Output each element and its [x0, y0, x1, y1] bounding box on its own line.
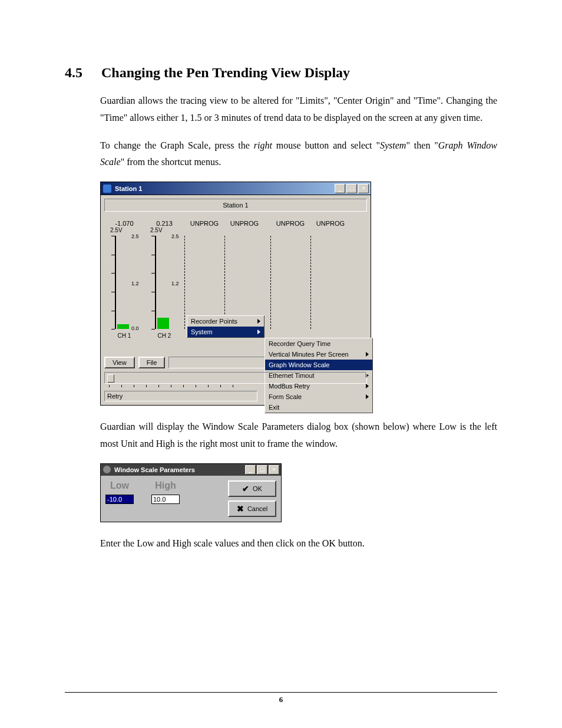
channel-5: UNPROG — [270, 220, 310, 339]
section-heading: 4.5 Changing the Pen Trending View Displ… — [65, 65, 497, 81]
maximize-button[interactable]: □ — [346, 184, 357, 193]
status-bar: Retry — [104, 391, 257, 401]
menu-graph-window-scale[interactable]: Graph Window Scale — [265, 360, 372, 370]
context-menu-1[interactable]: Recorder Points System — [187, 315, 265, 338]
wsp-app-icon — [103, 466, 111, 473]
menu-recorder-query-time[interactable]: Recorder Query Time — [265, 338, 372, 349]
menu-exit[interactable]: Exit — [265, 402, 372, 413]
wsp-close-button[interactable]: × — [269, 465, 279, 475]
wsp-title-text: Window Scale Parameters — [114, 466, 245, 473]
cross-icon: ✖ — [237, 505, 244, 513]
cancel-button[interactable]: ✖ Cancel — [228, 500, 276, 517]
menu-form-scale[interactable]: Form Scale — [265, 391, 372, 402]
menu-vertical-minutes[interactable]: Vertical Minutes Per Screen — [265, 349, 372, 360]
station-label: Station 1 — [104, 199, 367, 212]
view-button[interactable]: View — [104, 357, 135, 368]
bar-ch2 — [157, 318, 169, 329]
time-slider[interactable] — [104, 372, 367, 384]
slider-thumb-icon[interactable] — [107, 374, 114, 383]
low-input[interactable] — [105, 495, 134, 504]
titlebar[interactable]: Station 1 _ □ × — [100, 182, 371, 195]
wsp-dialog: Window Scale Parameters _ □ × Low High — [100, 463, 282, 522]
channel-2: 0.213 2.5V 2.5 1.2 CH 2 — [144, 220, 184, 339]
window-title: Station 1 — [115, 185, 335, 192]
section-title-text: Changing the Pen Trending View Display — [101, 65, 350, 81]
wsp-maximize-button[interactable]: □ — [257, 465, 267, 475]
paragraph-1: Guardian allows the tracing view to be a… — [100, 93, 497, 127]
page-number: 6 — [0, 695, 562, 704]
station-window: Station 1 _ □ × Station 1 -1.070 2.5V 2.… — [100, 182, 371, 406]
check-icon: ✔ — [242, 485, 249, 493]
paragraph-2: To change the Graph Scale, press the rig… — [100, 137, 497, 172]
minimize-button[interactable]: _ — [335, 184, 345, 193]
wsp-minimize-button[interactable]: _ — [245, 465, 256, 475]
menu-system[interactable]: System — [187, 327, 264, 337]
high-label: High — [155, 480, 176, 491]
menu-recorder-points[interactable]: Recorder Points — [187, 316, 264, 327]
section-number: 4.5 — [65, 65, 101, 81]
wsp-titlebar[interactable]: Window Scale Parameters _ □ × — [101, 464, 281, 476]
close-button[interactable]: × — [358, 184, 369, 193]
channel-row: -1.070 2.5V 2.5 1.2 0.0 CH 1 0.213 2 — [104, 218, 367, 354]
channel-1: -1.070 2.5V 2.5 1.2 0.0 CH 1 — [104, 220, 144, 339]
channel-6: UNPROG — [310, 220, 351, 339]
high-input[interactable] — [151, 495, 180, 504]
paragraph-4: Enter the Low and High scale values and … — [100, 535, 497, 552]
paragraph-3: Guardian will display the Window Scale P… — [100, 419, 497, 453]
app-icon — [103, 185, 111, 193]
low-label: Low — [110, 480, 129, 491]
footer-rule — [65, 692, 497, 693]
file-button[interactable]: File — [138, 357, 166, 368]
ok-button[interactable]: ✔ OK — [228, 480, 276, 497]
bar-ch1 — [117, 324, 129, 329]
